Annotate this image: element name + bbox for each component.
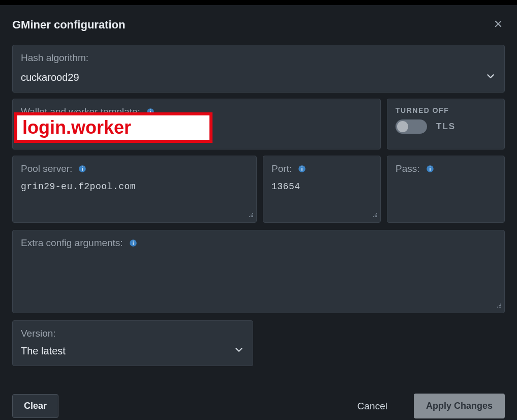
tls-label: TLS: [436, 122, 455, 132]
svg-rect-13: [252, 216, 253, 217]
highlight-overlay-text: login.worker: [22, 117, 131, 138]
pass-field[interactable]: Pass:: [387, 156, 505, 223]
svg-rect-30: [499, 305, 500, 306]
svg-rect-33: [499, 307, 500, 308]
highlight-overlay: login.worker: [14, 112, 212, 143]
svg-rect-19: [376, 215, 377, 216]
svg-rect-7: [82, 167, 83, 168]
svg-rect-24: [430, 168, 431, 171]
chevron-down-icon: [233, 344, 245, 357]
svg-rect-34: [500, 307, 501, 308]
pool-server-label: Pool server:: [21, 163, 248, 174]
toggle-knob: [397, 121, 408, 132]
svg-rect-29: [500, 304, 501, 305]
extra-config-label: Extra config arguments:: [21, 237, 496, 249]
svg-rect-25: [430, 167, 431, 168]
svg-rect-17: [376, 213, 377, 214]
port-field[interactable]: Port: 13654: [263, 156, 381, 223]
hash-algorithm-select[interactable]: Hash algorithm: cuckarood29: [12, 45, 505, 93]
window-topbar: [0, 0, 517, 5]
info-icon[interactable]: [77, 164, 87, 174]
pool-server-field[interactable]: Pool server: grin29-eu.f2pool.com: [12, 156, 257, 223]
info-icon[interactable]: [297, 164, 307, 174]
resize-handle-icon[interactable]: [248, 211, 254, 220]
tls-panel: TURNED OFF TLS: [387, 99, 505, 149]
modal-title: GMiner configuration: [12, 18, 125, 32]
tls-toggle[interactable]: [396, 119, 427, 134]
hash-algorithm-label: Hash algorithm:: [21, 52, 496, 64]
resize-handle-icon[interactable]: [496, 302, 502, 311]
svg-rect-32: [497, 307, 498, 308]
svg-rect-9: [251, 215, 252, 216]
svg-rect-18: [375, 215, 376, 216]
port-value: 13654: [271, 182, 372, 192]
extra-config-field[interactable]: Extra config arguments:: [12, 230, 505, 313]
gminer-config-modal: GMiner configuration Hash algorithm: cuc…: [0, 5, 517, 420]
hash-algorithm-value: cuckarood29: [21, 72, 79, 83]
port-label: Port:: [271, 163, 372, 174]
apply-changes-button[interactable]: Apply Changes: [414, 394, 505, 418]
version-label: Version:: [21, 328, 245, 339]
pool-server-value: grin29-eu.f2pool.com: [21, 182, 248, 192]
resize-handle-icon[interactable]: [372, 211, 378, 220]
info-icon[interactable]: [128, 238, 138, 248]
svg-rect-20: [373, 216, 374, 217]
svg-rect-6: [82, 168, 83, 171]
svg-rect-11: [249, 216, 250, 217]
tls-status-label: TURNED OFF: [396, 106, 496, 114]
svg-rect-22: [376, 216, 377, 217]
info-icon[interactable]: [425, 164, 435, 174]
pass-label: Pass:: [396, 163, 496, 174]
modal-header: GMiner configuration: [12, 18, 505, 32]
close-icon[interactable]: [492, 18, 505, 32]
version-value: The latest: [21, 345, 66, 357]
chevron-down-icon: [485, 71, 496, 84]
pool-server-label-text: Pool server:: [21, 163, 72, 174]
svg-rect-10: [252, 215, 253, 216]
extra-config-label-text: Extra config arguments:: [21, 237, 123, 249]
port-label-text: Port:: [271, 163, 292, 174]
svg-rect-21: [375, 216, 376, 217]
svg-rect-8: [252, 213, 253, 214]
svg-rect-16: [301, 167, 302, 168]
svg-rect-28: [133, 241, 134, 242]
clear-button[interactable]: Clear: [12, 394, 58, 418]
svg-rect-27: [133, 243, 134, 245]
svg-rect-4: [150, 110, 151, 111]
cancel-button[interactable]: Cancel: [346, 395, 399, 418]
svg-rect-15: [301, 168, 302, 171]
pass-label-text: Pass:: [396, 163, 420, 174]
modal-footer: Clear Cancel Apply Changes: [12, 394, 505, 418]
svg-rect-31: [500, 305, 501, 306]
svg-rect-12: [251, 216, 252, 217]
version-select[interactable]: Version: The latest: [12, 320, 253, 366]
